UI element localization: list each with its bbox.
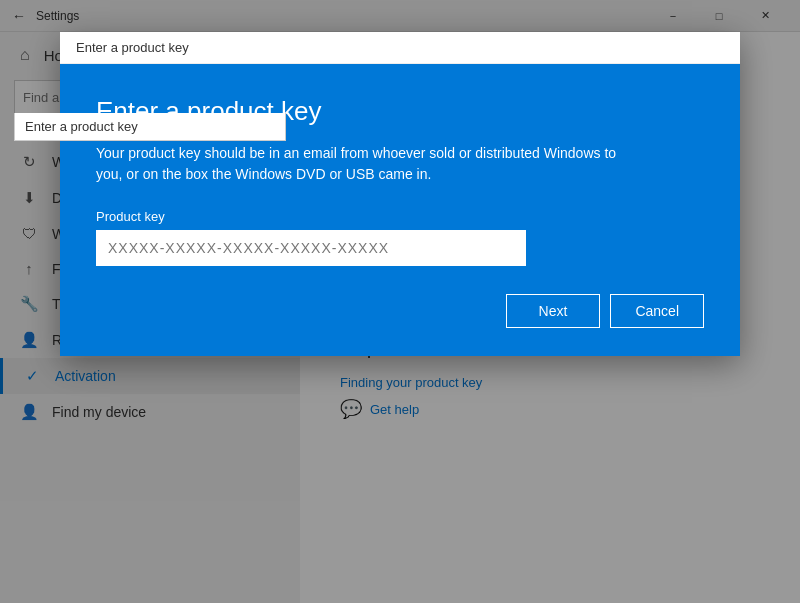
dialog-header-title: Enter a product key	[76, 40, 189, 55]
cancel-button[interactable]: Cancel	[610, 294, 704, 328]
search-dropdown[interactable]: Enter a product key	[14, 113, 286, 141]
dialog-header: Enter a product key	[60, 32, 740, 64]
product-key-dialog: Enter a product key Enter a product key …	[60, 32, 740, 356]
dialog-actions: Next Cancel	[96, 294, 704, 328]
search-dropdown-text: Enter a product key	[25, 119, 138, 134]
product-key-input[interactable]	[96, 230, 526, 266]
next-button[interactable]: Next	[506, 294, 601, 328]
dialog-body: Enter a product key Your product key sho…	[60, 64, 740, 356]
dialog-field-label: Product key	[96, 209, 704, 224]
dialog-description: Your product key should be in an email f…	[96, 143, 636, 185]
modal-overlay: Enter a product key Enter a product key …	[0, 0, 800, 603]
